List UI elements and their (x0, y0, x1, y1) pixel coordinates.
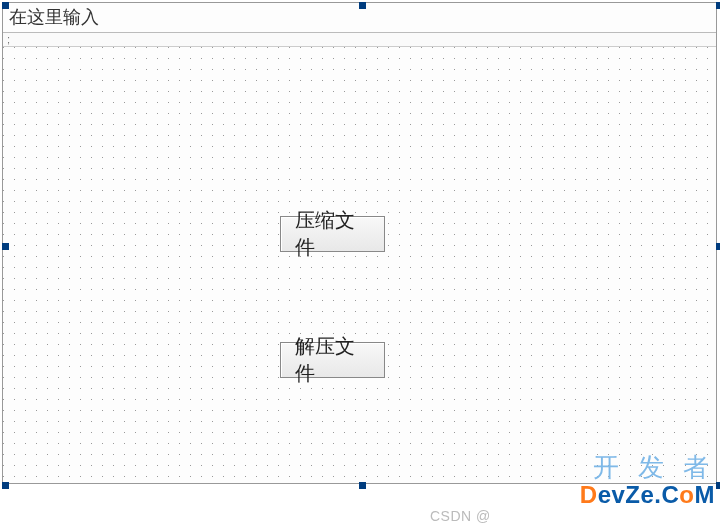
devze-watermark: 开 发 者 DevZe.CoM (555, 453, 715, 508)
form-grid[interactable]: 压缩文件 解压文件 (3, 47, 716, 483)
compress-file-button[interactable]: 压缩文件 (280, 216, 385, 252)
resize-handle-middle-right[interactable] (716, 243, 720, 250)
status-bar: ; (3, 33, 716, 47)
resize-handle-bottom-left[interactable] (2, 482, 9, 489)
resize-handle-bottom-right[interactable] (716, 482, 720, 489)
resize-handle-bottom-middle[interactable] (359, 482, 366, 489)
csdn-watermark: CSDN @ (430, 508, 491, 524)
resize-handle-top-middle[interactable] (359, 2, 366, 9)
resize-handle-middle-left[interactable] (2, 243, 9, 250)
devze-watermark-en: DevZe.CoM (555, 482, 715, 508)
resize-handle-top-left[interactable] (2, 2, 9, 9)
resize-handle-top-right[interactable] (716, 2, 720, 9)
decompress-file-button[interactable]: 解压文件 (280, 342, 385, 378)
devze-watermark-cn: 开 发 者 (555, 453, 715, 482)
form-designer-canvas[interactable]: 在这里输入 ; 压缩文件 解压文件 (2, 2, 717, 484)
